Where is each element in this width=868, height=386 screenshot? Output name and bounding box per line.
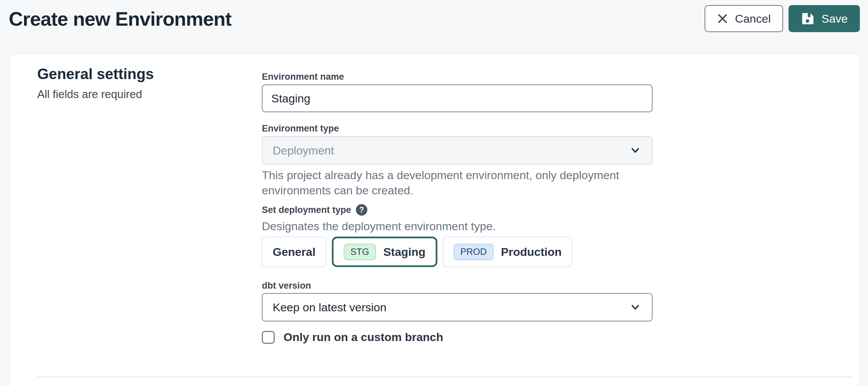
deployment-option-general[interactable]: General xyxy=(262,237,326,267)
dbt-version-select[interactable]: Keep on latest version xyxy=(262,293,653,321)
deployment-option-staging-label: Staging xyxy=(383,245,426,259)
section-divider xyxy=(37,377,852,378)
deployment-option-production-label: Production xyxy=(501,245,562,259)
chevron-down-icon xyxy=(629,301,642,314)
header-actions: Cancel Save xyxy=(705,5,860,32)
environment-type-helper: This project already has a development e… xyxy=(262,168,644,198)
general-settings-heading: General settings All fields are required xyxy=(37,66,154,101)
settings-card: General settings All fields are required… xyxy=(9,53,860,386)
help-icon[interactable]: ? xyxy=(356,204,367,216)
cancel-button[interactable]: Cancel xyxy=(705,5,783,32)
page-title: Create new Environment xyxy=(9,7,231,30)
deployment-option-production[interactable]: PROD Production xyxy=(443,237,572,267)
save-button[interactable]: Save xyxy=(789,5,860,32)
deployment-type-helper: Designates the deployment environment ty… xyxy=(262,219,644,234)
environment-type-value: Deployment xyxy=(273,144,334,157)
section-subtitle: All fields are required xyxy=(37,88,154,101)
custom-branch-label: Only run on a custom branch xyxy=(283,331,443,344)
deployment-type-label: Set deployment type xyxy=(262,205,351,215)
environment-name-input[interactable] xyxy=(262,85,653,112)
staging-badge: STG xyxy=(344,244,376,260)
save-button-label: Save xyxy=(822,12,848,25)
deployment-option-general-label: General xyxy=(273,245,316,259)
dbt-version-label: dbt version xyxy=(262,281,311,291)
deployment-type-label-row: Set deployment type ? xyxy=(262,204,367,216)
custom-branch-row[interactable]: Only run on a custom branch xyxy=(262,331,443,344)
page-header: Create new Environment Cancel Save xyxy=(0,0,868,37)
close-icon xyxy=(717,13,728,24)
chevron-down-icon xyxy=(629,144,642,157)
dbt-version-value: Keep on latest version xyxy=(273,301,386,314)
environment-type-label: Environment type xyxy=(262,123,339,134)
environment-name-label: Environment name xyxy=(262,72,344,82)
save-icon xyxy=(801,11,815,26)
section-title: General settings xyxy=(37,66,154,82)
cancel-button-label: Cancel xyxy=(735,12,771,25)
environment-type-select[interactable]: Deployment xyxy=(262,136,653,165)
form-column: Environment name Environment type Deploy… xyxy=(262,54,653,386)
custom-branch-checkbox[interactable] xyxy=(262,331,275,344)
deployment-type-options: General STG Staging PROD Production xyxy=(262,237,572,267)
deployment-option-staging[interactable]: STG Staging xyxy=(332,237,437,267)
production-badge: PROD xyxy=(454,244,494,260)
